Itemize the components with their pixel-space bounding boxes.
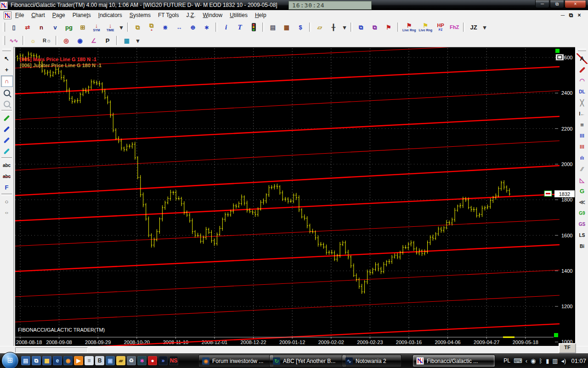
- hp-fz-button[interactable]: HPFZ: [434, 22, 447, 33]
- ls-button[interactable]: LS: [577, 230, 588, 241]
- bars-n-button[interactable]: n: [35, 22, 48, 33]
- candle-style-button[interactable]: ╂: [327, 22, 340, 33]
- data-calendar-button[interactable]: ▦: [280, 22, 293, 33]
- price-chart-canvas[interactable]: 2008-08-182008-09-082008-09-292008-10-20…: [15, 47, 575, 346]
- crosshair-button[interactable]: +: [1, 64, 12, 75]
- sun-aspects-button[interactable]: ☼: [27, 35, 40, 46]
- bi-button[interactable]: Bi: [577, 241, 588, 252]
- magnet-snap-button[interactable]: ∩: [1, 75, 13, 87]
- volume-icon[interactable]: ◂): [561, 357, 566, 364]
- page-group-button[interactable]: pg: [62, 22, 75, 33]
- delete-text-button[interactable]: abc: [1, 171, 12, 182]
- aspect-lines-button[interactable]: ∠: [87, 35, 100, 46]
- info-pointer-button[interactable]: i: [220, 22, 232, 33]
- status-field[interactable]: [15, 347, 88, 353]
- media-player-icon[interactable]: ▶: [74, 356, 83, 365]
- v-lines-blue-button[interactable]: ‖‖: [577, 131, 588, 141]
- minimize-button[interactable]: ─: [535, 0, 549, 8]
- zoom-page-button[interactable]: [1, 87, 12, 98]
- menu-j-z[interactable]: J.Z.: [182, 11, 199, 20]
- traffic-light-button[interactable]: [247, 22, 260, 33]
- taskbar-button-abc-yet-another-b[interactable]: ↻ABC [Yet Another B...: [269, 355, 346, 367]
- mdi-restore-button[interactable]: ⧉: [567, 12, 575, 18]
- bluetooth-icon[interactable]: ᛒ: [539, 357, 543, 364]
- timeframe-button[interactable]: TF: [559, 343, 576, 353]
- graphics-app-icon[interactable]: ∗: [137, 356, 147, 365]
- menu-planets[interactable]: Planets: [69, 11, 95, 20]
- menu-utilities[interactable]: Utilities: [226, 11, 251, 20]
- chevron-left-icon[interactable]: ‹: [526, 357, 527, 364]
- new-dropdown[interactable]: ▾: [118, 22, 125, 33]
- palette-grip[interactable]: [578, 49, 586, 51]
- open-page-button[interactable]: ⇄: [21, 22, 34, 33]
- menu-indicators[interactable]: Indicators: [95, 11, 126, 20]
- gs-button[interactable]: GS: [577, 219, 588, 230]
- palette-grip[interactable]: [2, 49, 11, 51]
- blue-bird-icon[interactable]: »: [158, 356, 168, 365]
- menu-file[interactable]: File: [11, 11, 28, 20]
- chart-handle-bottom[interactable]: [554, 333, 558, 337]
- text-abc-button[interactable]: abc: [1, 160, 12, 171]
- mdi-minimize-button[interactable]: ─: [559, 12, 567, 18]
- network-icon[interactable]: ▥: [552, 357, 558, 364]
- ns-app-icon[interactable]: NS: [169, 356, 178, 365]
- marker-cyan-button[interactable]: [1, 146, 12, 156]
- menu-help[interactable]: Help: [251, 11, 270, 20]
- cascade-add-button[interactable]: ⧉+: [145, 22, 158, 33]
- jz-dropdown[interactable]: ▾: [481, 22, 488, 33]
- browser-save-icon[interactable]: ▦: [42, 356, 51, 365]
- notepad-icon[interactable]: ≡: [85, 356, 94, 365]
- internet-explorer-icon[interactable]: e: [53, 356, 62, 365]
- compress-scale-button[interactable]: ⋇: [159, 22, 172, 33]
- keyboard-icon[interactable]: ⌨: [514, 357, 522, 364]
- arcs-button[interactable]: ◠: [577, 75, 588, 86]
- dl-button[interactable]: DL: [577, 86, 588, 97]
- mdi-close-button[interactable]: ×: [575, 12, 583, 18]
- menu-chart[interactable]: Chart: [28, 11, 48, 20]
- fibonacci-f-button[interactable]: F: [1, 182, 12, 193]
- pan-chart-button[interactable]: ⊕: [187, 22, 199, 33]
- multi-pencil-button[interactable]: [577, 64, 588, 75]
- window-grid-button[interactable]: ⊞: [76, 22, 89, 33]
- v-lines-red-button[interactable]: ‖‖: [577, 142, 588, 152]
- my-computer-icon[interactable]: ▣: [106, 356, 115, 365]
- taskbar-button-fibonacci-galactic[interactable]: Fibonacci/Galactic ...: [413, 355, 495, 367]
- jz-button[interactable]: JZ: [467, 22, 480, 33]
- time-button[interactable]: ↓TIME: [104, 22, 117, 33]
- recycle-bin-icon[interactable]: ♻: [127, 356, 136, 365]
- gann-g-button[interactable]: G: [577, 186, 588, 196]
- circle-button[interactable]: ○: [1, 196, 12, 207]
- menu-window[interactable]: Window: [199, 11, 226, 20]
- text-tool-button[interactable]: T: [233, 22, 246, 33]
- parallel-lines-button[interactable]: ∕∕: [577, 164, 588, 174]
- folder-icon[interactable]: ▰: [116, 356, 125, 365]
- chart-restore-box[interactable]: [556, 54, 564, 60]
- red-app-icon[interactable]: ●: [148, 356, 157, 365]
- planet-p-button[interactable]: P: [101, 35, 114, 46]
- window-switcher-icon[interactable]: ⧉: [32, 356, 41, 365]
- show-desktop-icon[interactable]: ▤: [21, 356, 30, 365]
- overlay-charts-purple-button[interactable]: ⧉: [368, 22, 381, 33]
- restore-button[interactable]: ⧉: [550, 0, 564, 8]
- taskbar-button-notowania-2[interactable]: ∿Notowania 2: [342, 355, 401, 367]
- i-arrow-button[interactable]: I←: [577, 109, 588, 119]
- expand-scale-button[interactable]: ↔: [173, 22, 186, 33]
- menu-page[interactable]: Page: [49, 11, 69, 20]
- trendline-green-button[interactable]: [1, 113, 12, 123]
- ephemeris-table-button[interactable]: ▦: [120, 35, 133, 46]
- start-button[interactable]: ⊞: [1, 352, 19, 368]
- candle-dropdown[interactable]: ▾: [341, 22, 348, 33]
- biorhythm-lines-button[interactable]: ∿∿: [7, 35, 20, 46]
- chart-handle-top[interactable]: [555, 49, 560, 53]
- fan-lines-button[interactable]: ≪: [577, 197, 588, 207]
- select-cursor-button[interactable]: ↖: [1, 53, 12, 64]
- ruler-button[interactable]: ▱: [313, 22, 326, 33]
- astro-line-button[interactable]: A: [577, 53, 588, 64]
- ellipse-button[interactable]: ○: [1, 207, 12, 218]
- triangle-button[interactable]: ◺: [577, 175, 588, 185]
- close-button[interactable]: ×: [565, 0, 586, 8]
- multi-flag-button[interactable]: ⚑: [382, 22, 395, 33]
- overlay-charts-blue-button[interactable]: ⧉: [355, 22, 368, 33]
- live-range-blue-button[interactable]: ⚑Live Rng: [418, 22, 434, 33]
- taskbar-button-forum-inwestor-w[interactable]: ◉Forum inwestorów ...: [198, 355, 274, 367]
